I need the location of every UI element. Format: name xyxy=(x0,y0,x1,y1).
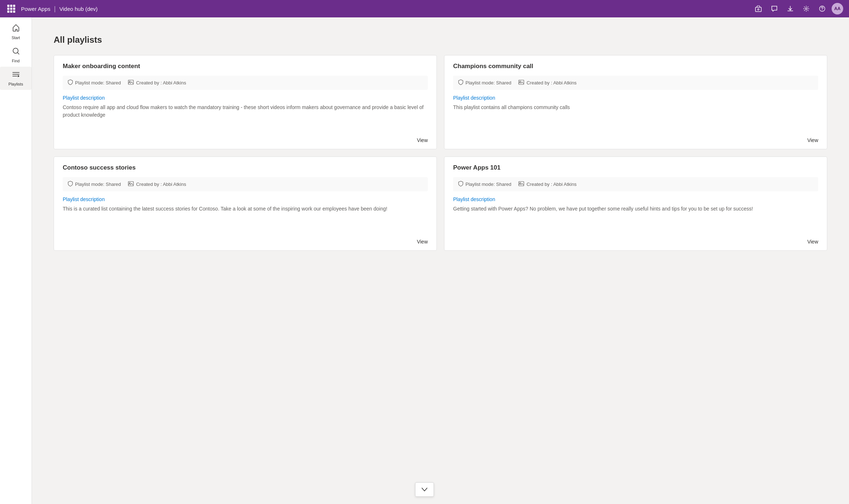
card-body-maker-onboarding: Playlist description Contoso require all… xyxy=(54,95,436,132)
card-footer-powerapps101: View xyxy=(444,233,827,250)
card-meta-maker-onboarding: Playlist mode: Shared Created by : Abbi … xyxy=(63,76,428,90)
view-button-powerapps101[interactable]: View xyxy=(807,239,818,245)
card-body-powerapps101: Playlist description Getting started wit… xyxy=(444,196,827,233)
store-icon-button[interactable] xyxy=(752,2,765,15)
svg-rect-14 xyxy=(128,182,133,186)
card-body-contoso: Playlist description This is a curated l… xyxy=(54,196,436,233)
playlist-grid: Maker onboarding content Playlist mode: … xyxy=(54,55,827,251)
description-label-powerapps101[interactable]: Playlist description xyxy=(453,196,818,202)
shield-icon xyxy=(68,79,73,86)
playlists-icon xyxy=(12,70,20,80)
created-by-powerapps101: Created by : Abbi Atkins xyxy=(518,181,576,187)
card-footer-champions: View xyxy=(444,132,827,149)
help-icon-button[interactable] xyxy=(816,2,829,15)
sidebar-start-label: Start xyxy=(12,36,20,40)
description-label-maker-onboarding[interactable]: Playlist description xyxy=(63,95,428,101)
download-icon-button[interactable] xyxy=(784,2,797,15)
card-header-powerapps101: Power Apps 101 Playlist mode: Shared xyxy=(444,157,827,196)
card-meta-contoso: Playlist mode: Shared Created by : Abbi … xyxy=(63,177,428,191)
main-content: All playlists Maker onboarding content P… xyxy=(32,17,849,504)
svg-point-11 xyxy=(129,81,131,82)
waffle-icon xyxy=(7,5,15,13)
home-icon xyxy=(12,24,20,34)
svg-point-17 xyxy=(520,183,521,184)
topbar-sub-app: Video hub (dev) xyxy=(59,6,98,12)
svg-marker-9 xyxy=(18,75,20,77)
svg-point-2 xyxy=(805,8,807,10)
sidebar-item-playlists[interactable]: Playlists xyxy=(0,67,32,90)
topbar: Power Apps | Video hub (dev) xyxy=(0,0,849,17)
settings-icon-button[interactable] xyxy=(800,2,813,15)
image-icon xyxy=(128,181,134,187)
scroll-down-button[interactable] xyxy=(415,482,434,497)
svg-point-5 xyxy=(13,48,18,53)
sidebar: Start Find Playlists xyxy=(0,17,32,504)
sidebar-playlists-label: Playlists xyxy=(8,82,23,86)
topbar-app-name: Power Apps xyxy=(21,6,50,12)
playlist-card-powerapps101: Power Apps 101 Playlist mode: Shared xyxy=(444,157,827,251)
created-by-maker-onboarding: Created by : Abbi Atkins xyxy=(128,80,186,86)
card-title-maker-onboarding: Maker onboarding content xyxy=(63,63,428,70)
card-title-powerapps101: Power Apps 101 xyxy=(453,164,818,171)
card-title-contoso: Contoso success stories xyxy=(63,164,428,171)
card-header-champions: Champions community call Playlist mode: … xyxy=(444,55,827,95)
find-icon xyxy=(12,47,20,57)
playlist-card-contoso: Contoso success stories Playlist mode: S… xyxy=(54,157,437,251)
playlist-mode-maker-onboarding: Playlist mode: Shared xyxy=(68,79,121,86)
card-meta-powerapps101: Playlist mode: Shared Created by : Abbi … xyxy=(453,177,818,191)
svg-rect-10 xyxy=(128,80,133,84)
image-icon xyxy=(128,80,134,86)
shield-icon xyxy=(458,181,463,188)
sidebar-find-label: Find xyxy=(12,59,20,63)
created-by-contoso: Created by : Abbi Atkins xyxy=(128,181,186,187)
shield-icon xyxy=(458,79,463,86)
shield-icon xyxy=(68,181,73,188)
svg-point-4 xyxy=(822,10,822,11)
card-body-champions: Playlist description This playlist conta… xyxy=(444,95,827,132)
created-by-champions: Created by : Abbi Atkins xyxy=(518,80,576,86)
svg-rect-0 xyxy=(755,7,761,12)
playlist-card-champions: Champions community call Playlist mode: … xyxy=(444,55,827,149)
description-text-maker-onboarding: Contoso require all app and cloud flow m… xyxy=(63,104,428,119)
card-header-contoso: Contoso success stories Playlist mode: S… xyxy=(54,157,436,196)
description-text-contoso: This is a curated list containing the la… xyxy=(63,205,428,213)
chat-icon-button[interactable] xyxy=(768,2,781,15)
svg-point-15 xyxy=(129,183,131,184)
sidebar-item-start[interactable]: Start xyxy=(0,20,32,43)
description-label-champions[interactable]: Playlist description xyxy=(453,95,818,101)
view-button-contoso[interactable]: View xyxy=(417,239,428,245)
topbar-separator: | xyxy=(54,5,56,13)
card-header-maker-onboarding: Maker onboarding content Playlist mode: … xyxy=(54,55,436,95)
playlist-card-maker-onboarding: Maker onboarding content Playlist mode: … xyxy=(54,55,437,149)
card-footer-contoso: View xyxy=(54,233,436,250)
description-label-contoso[interactable]: Playlist description xyxy=(63,196,428,202)
svg-rect-16 xyxy=(519,182,524,186)
sidebar-item-find[interactable]: Find xyxy=(0,43,32,67)
chevron-down-icon xyxy=(422,486,427,493)
user-avatar[interactable]: AA xyxy=(832,3,843,14)
svg-rect-12 xyxy=(519,80,524,84)
playlist-mode-champions: Playlist mode: Shared xyxy=(458,79,511,86)
topbar-actions: AA xyxy=(752,2,843,15)
view-button-maker-onboarding[interactable]: View xyxy=(417,137,428,143)
svg-point-13 xyxy=(520,81,521,82)
svg-point-1 xyxy=(758,9,759,10)
playlist-mode-contoso: Playlist mode: Shared xyxy=(68,181,121,188)
description-text-champions: This playlist contains all champions com… xyxy=(453,104,818,111)
view-button-champions[interactable]: View xyxy=(807,137,818,143)
page-title: All playlists xyxy=(54,35,827,45)
image-icon xyxy=(518,80,524,86)
waffle-menu-button[interactable] xyxy=(6,3,17,14)
description-text-powerapps101: Getting started with Power Apps? No prob… xyxy=(453,205,818,213)
card-footer-maker-onboarding: View xyxy=(54,132,436,149)
playlist-mode-powerapps101: Playlist mode: Shared xyxy=(458,181,511,188)
card-meta-champions: Playlist mode: Shared Created by : Abbi … xyxy=(453,76,818,90)
image-icon xyxy=(518,181,524,187)
card-title-champions: Champions community call xyxy=(453,63,818,70)
